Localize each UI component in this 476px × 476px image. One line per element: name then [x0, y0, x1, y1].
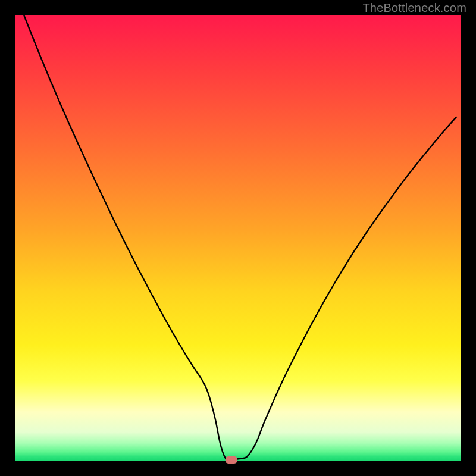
chart-container: TheBottleneck.com — [0, 0, 476, 476]
optimum-marker — [226, 456, 237, 464]
attribution-text: TheBottleneck.com — [362, 1, 466, 15]
plot-background — [15, 15, 461, 461]
bottleneck-chart — [0, 0, 476, 476]
